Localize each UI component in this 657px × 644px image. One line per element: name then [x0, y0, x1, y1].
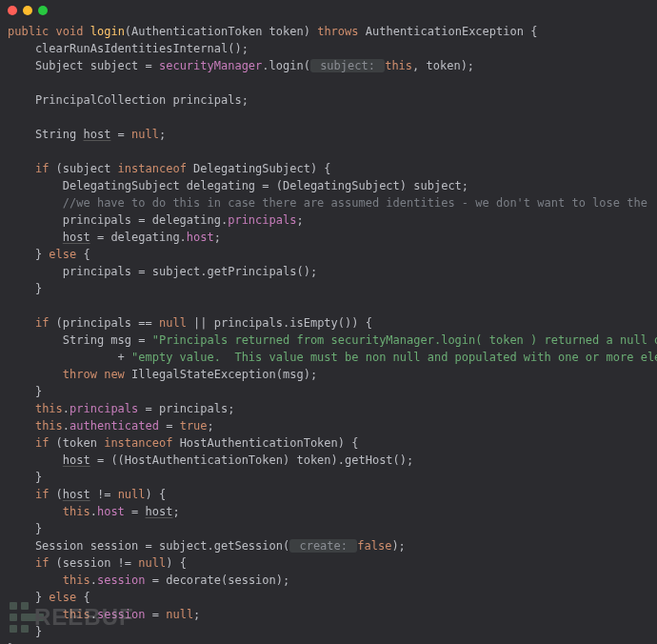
string-literal: "Principals returned from securityManage…: [152, 333, 657, 347]
inlay-hint-subject: subject:: [310, 59, 385, 72]
keyword-public: public: [8, 25, 49, 38]
code-editor[interactable]: public void login(AuthenticationToken to…: [0, 21, 657, 644]
code-line: }: [8, 282, 42, 295]
inlay-hint-create: create:: [289, 539, 357, 553]
code-line: }: [8, 625, 42, 638]
code-line: }: [8, 471, 42, 484]
code-line: DelegatingSubject delegating = (Delegati…: [8, 179, 468, 192]
method-name-login: login: [90, 25, 125, 38]
keyword-void: void: [56, 25, 84, 38]
close-icon[interactable]: [8, 6, 17, 15]
maximize-icon[interactable]: [38, 6, 48, 15]
code-line: principals = subject.getPrincipals();: [8, 265, 317, 278]
code-line: }: [8, 522, 42, 535]
code-line: }: [8, 385, 42, 398]
string-literal: "empty value. This value must be non nul…: [131, 351, 657, 364]
code-comment: //we have to do this in case there are a…: [8, 196, 657, 210]
minimize-icon[interactable]: [23, 6, 32, 15]
code-line: clearRunAsIdentitiesInternal();: [8, 42, 249, 55]
window-titlebar: [0, 0, 657, 21]
code-line: PrincipalCollection principals;: [8, 93, 249, 107]
